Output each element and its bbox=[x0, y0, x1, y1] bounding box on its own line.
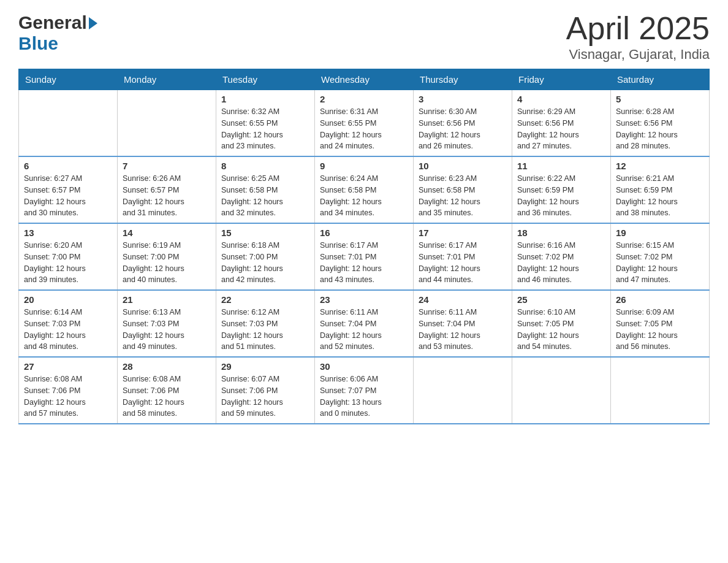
day-info: Sunrise: 6:19 AMSunset: 7:00 PMDaylight:… bbox=[123, 240, 211, 286]
calendar-cell: 5Sunrise: 6:28 AMSunset: 6:56 PMDaylight… bbox=[611, 90, 710, 157]
day-info: Sunrise: 6:11 AMSunset: 7:04 PMDaylight:… bbox=[419, 307, 507, 353]
weekday-header-row: SundayMondayTuesdayWednesdayThursdayFrid… bbox=[19, 69, 710, 90]
weekday-header-monday: Monday bbox=[118, 69, 216, 90]
weekday-header-saturday: Saturday bbox=[611, 69, 710, 90]
calendar-cell: 29Sunrise: 6:07 AMSunset: 7:06 PMDayligh… bbox=[216, 357, 315, 424]
calendar-week-3: 13Sunrise: 6:20 AMSunset: 7:00 PMDayligh… bbox=[19, 223, 710, 290]
calendar-cell: 27Sunrise: 6:08 AMSunset: 7:06 PMDayligh… bbox=[19, 357, 118, 424]
day-number: 20 bbox=[24, 294, 112, 305]
day-number: 18 bbox=[517, 228, 605, 238]
day-info: Sunrise: 6:24 AMSunset: 6:58 PMDaylight:… bbox=[320, 173, 408, 219]
calendar-cell: 23Sunrise: 6:11 AMSunset: 7:04 PMDayligh… bbox=[315, 290, 414, 357]
day-number: 21 bbox=[123, 294, 211, 305]
calendar-cell bbox=[512, 357, 611, 424]
day-info: Sunrise: 6:11 AMSunset: 7:04 PMDaylight:… bbox=[320, 307, 408, 353]
calendar-cell: 2Sunrise: 6:31 AMSunset: 6:55 PMDaylight… bbox=[315, 90, 414, 157]
day-number: 4 bbox=[517, 94, 605, 104]
weekday-header-friday: Friday bbox=[512, 69, 611, 90]
day-info: Sunrise: 6:29 AMSunset: 6:56 PMDaylight:… bbox=[517, 106, 605, 152]
day-info: Sunrise: 6:15 AMSunset: 7:02 PMDaylight:… bbox=[616, 240, 704, 286]
weekday-header-sunday: Sunday bbox=[19, 69, 118, 90]
calendar-cell: 7Sunrise: 6:26 AMSunset: 6:57 PMDaylight… bbox=[118, 156, 216, 223]
day-info: Sunrise: 6:22 AMSunset: 6:59 PMDaylight:… bbox=[517, 173, 605, 219]
weekday-header-thursday: Thursday bbox=[414, 69, 512, 90]
calendar-cell: 26Sunrise: 6:09 AMSunset: 7:05 PMDayligh… bbox=[611, 290, 710, 357]
calendar-cell: 10Sunrise: 6:23 AMSunset: 6:58 PMDayligh… bbox=[414, 156, 512, 223]
logo-arrow-icon bbox=[89, 17, 97, 29]
day-number: 19 bbox=[616, 228, 704, 238]
day-number: 24 bbox=[419, 294, 507, 305]
day-number: 8 bbox=[221, 161, 309, 171]
day-number: 6 bbox=[24, 161, 112, 171]
day-info: Sunrise: 6:17 AMSunset: 7:01 PMDaylight:… bbox=[320, 240, 408, 286]
calendar-cell: 30Sunrise: 6:06 AMSunset: 7:07 PMDayligh… bbox=[315, 357, 414, 424]
day-number: 1 bbox=[221, 94, 309, 104]
calendar-cell: 19Sunrise: 6:15 AMSunset: 7:02 PMDayligh… bbox=[611, 223, 710, 290]
day-info: Sunrise: 6:14 AMSunset: 7:03 PMDaylight:… bbox=[24, 307, 112, 353]
day-info: Sunrise: 6:25 AMSunset: 6:58 PMDaylight:… bbox=[221, 173, 309, 219]
day-number: 5 bbox=[616, 94, 704, 104]
calendar-cell: 21Sunrise: 6:13 AMSunset: 7:03 PMDayligh… bbox=[118, 290, 216, 357]
day-info: Sunrise: 6:13 AMSunset: 7:03 PMDaylight:… bbox=[123, 307, 211, 353]
page-header: General Blue April 2025 Visnagar, Gujara… bbox=[18, 12, 710, 63]
calendar-cell: 11Sunrise: 6:22 AMSunset: 6:59 PMDayligh… bbox=[512, 156, 611, 223]
day-number: 25 bbox=[517, 294, 605, 305]
day-number: 13 bbox=[24, 228, 112, 238]
calendar-cell: 1Sunrise: 6:32 AMSunset: 6:55 PMDaylight… bbox=[216, 90, 315, 157]
logo: General Blue bbox=[18, 12, 97, 54]
logo-blue-text: Blue bbox=[18, 33, 58, 54]
day-number: 11 bbox=[517, 161, 605, 171]
day-info: Sunrise: 6:06 AMSunset: 7:07 PMDaylight:… bbox=[320, 373, 408, 419]
calendar-cell: 15Sunrise: 6:18 AMSunset: 7:00 PMDayligh… bbox=[216, 223, 315, 290]
day-number: 26 bbox=[616, 294, 704, 305]
day-number: 7 bbox=[123, 161, 211, 171]
calendar-week-1: 1Sunrise: 6:32 AMSunset: 6:55 PMDaylight… bbox=[19, 90, 710, 157]
calendar-week-2: 6Sunrise: 6:27 AMSunset: 6:57 PMDaylight… bbox=[19, 156, 710, 223]
day-info: Sunrise: 6:30 AMSunset: 6:56 PMDaylight:… bbox=[419, 106, 507, 152]
day-info: Sunrise: 6:10 AMSunset: 7:05 PMDaylight:… bbox=[517, 307, 605, 353]
day-info: Sunrise: 6:07 AMSunset: 7:06 PMDaylight:… bbox=[221, 373, 309, 419]
calendar-cell: 20Sunrise: 6:14 AMSunset: 7:03 PMDayligh… bbox=[19, 290, 118, 357]
calendar-cell: 14Sunrise: 6:19 AMSunset: 7:00 PMDayligh… bbox=[118, 223, 216, 290]
day-number: 27 bbox=[24, 361, 112, 372]
day-number: 17 bbox=[419, 228, 507, 238]
calendar-cell: 3Sunrise: 6:30 AMSunset: 6:56 PMDaylight… bbox=[414, 90, 512, 157]
day-info: Sunrise: 6:08 AMSunset: 7:06 PMDaylight:… bbox=[24, 373, 112, 419]
calendar-table: SundayMondayTuesdayWednesdayThursdayFrid… bbox=[18, 69, 710, 424]
calendar-cell: 28Sunrise: 6:08 AMSunset: 7:06 PMDayligh… bbox=[118, 357, 216, 424]
day-number: 23 bbox=[320, 294, 408, 305]
day-number: 9 bbox=[320, 161, 408, 171]
calendar-cell: 4Sunrise: 6:29 AMSunset: 6:56 PMDaylight… bbox=[512, 90, 611, 157]
day-number: 2 bbox=[320, 94, 408, 104]
day-info: Sunrise: 6:31 AMSunset: 6:55 PMDaylight:… bbox=[320, 106, 408, 152]
calendar-cell: 17Sunrise: 6:17 AMSunset: 7:01 PMDayligh… bbox=[414, 223, 512, 290]
calendar-title: April 2025 bbox=[566, 12, 710, 44]
day-number: 29 bbox=[221, 361, 309, 372]
calendar-location: Visnagar, Gujarat, India bbox=[566, 47, 710, 63]
day-info: Sunrise: 6:18 AMSunset: 7:00 PMDaylight:… bbox=[221, 240, 309, 286]
day-info: Sunrise: 6:32 AMSunset: 6:55 PMDaylight:… bbox=[221, 106, 309, 152]
day-number: 30 bbox=[320, 361, 408, 372]
day-info: Sunrise: 6:28 AMSunset: 6:56 PMDaylight:… bbox=[616, 106, 704, 152]
weekday-header-wednesday: Wednesday bbox=[315, 69, 414, 90]
day-info: Sunrise: 6:16 AMSunset: 7:02 PMDaylight:… bbox=[517, 240, 605, 286]
day-number: 22 bbox=[221, 294, 309, 305]
logo-general-text: General bbox=[18, 12, 87, 33]
day-info: Sunrise: 6:26 AMSunset: 6:57 PMDaylight:… bbox=[123, 173, 211, 219]
weekday-header-tuesday: Tuesday bbox=[216, 69, 315, 90]
day-info: Sunrise: 6:17 AMSunset: 7:01 PMDaylight:… bbox=[419, 240, 507, 286]
calendar-cell bbox=[19, 90, 118, 157]
day-info: Sunrise: 6:09 AMSunset: 7:05 PMDaylight:… bbox=[616, 307, 704, 353]
day-info: Sunrise: 6:27 AMSunset: 6:57 PMDaylight:… bbox=[24, 173, 112, 219]
day-info: Sunrise: 6:08 AMSunset: 7:06 PMDaylight:… bbox=[123, 373, 211, 419]
day-number: 15 bbox=[221, 228, 309, 238]
calendar-cell: 22Sunrise: 6:12 AMSunset: 7:03 PMDayligh… bbox=[216, 290, 315, 357]
calendar-cell: 25Sunrise: 6:10 AMSunset: 7:05 PMDayligh… bbox=[512, 290, 611, 357]
calendar-cell: 13Sunrise: 6:20 AMSunset: 7:00 PMDayligh… bbox=[19, 223, 118, 290]
calendar-cell: 18Sunrise: 6:16 AMSunset: 7:02 PMDayligh… bbox=[512, 223, 611, 290]
calendar-cell bbox=[118, 90, 216, 157]
calendar-cell: 12Sunrise: 6:21 AMSunset: 6:59 PMDayligh… bbox=[611, 156, 710, 223]
day-number: 3 bbox=[419, 94, 507, 104]
calendar-cell: 6Sunrise: 6:27 AMSunset: 6:57 PMDaylight… bbox=[19, 156, 118, 223]
day-number: 14 bbox=[123, 228, 211, 238]
